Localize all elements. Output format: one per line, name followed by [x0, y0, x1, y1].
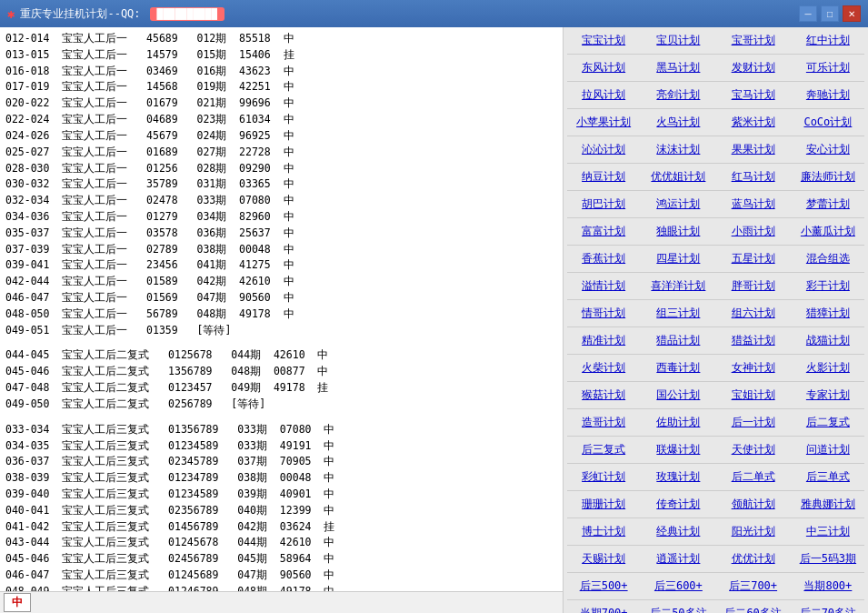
plan-link-3-3[interactable]: CoCo计划: [792, 113, 864, 132]
plan-link-18-0[interactable]: 博士计划: [567, 522, 640, 541]
plan-link-6-1[interactable]: 鸿运计划: [642, 195, 714, 214]
plan-link-17-0[interactable]: 珊珊计划: [567, 495, 640, 514]
plan-link-11-2[interactable]: 猎益计划: [717, 331, 790, 350]
list-row: 022-024 宝宝人工后一 04689 023期 61034 中: [2, 112, 561, 128]
plan-link-5-0[interactable]: 纳豆计划: [567, 167, 640, 186]
plan-link-20-0[interactable]: 后三500+: [567, 577, 640, 596]
plan-link-7-3[interactable]: 小薰瓜计划: [792, 222, 864, 241]
plan-link-2-1[interactable]: 亮剑计划: [642, 85, 714, 105]
plan-link-4-2[interactable]: 果果计划: [717, 140, 790, 159]
plan-link-20-2[interactable]: 后三700+: [717, 577, 790, 596]
plan-link-1-0[interactable]: 东风计划: [567, 58, 640, 77]
right-divider: [567, 54, 864, 55]
plan-link-21-1[interactable]: 后二50多注: [642, 604, 714, 613]
plan-link-10-3[interactable]: 猎獐计划: [792, 304, 864, 323]
plan-link-9-0[interactable]: 溢情计划: [567, 276, 640, 296]
plan-link-21-3[interactable]: 后二70多注: [792, 604, 864, 613]
plan-link-11-0[interactable]: 精准计划: [567, 331, 640, 350]
plan-link-19-2[interactable]: 优优计划: [717, 549, 790, 568]
plan-link-8-3[interactable]: 混合组选: [792, 249, 864, 268]
plan-link-8-2[interactable]: 五星计划: [717, 249, 790, 268]
plan-link-0-3[interactable]: 红中计划: [792, 31, 864, 50]
plan-link-9-1[interactable]: 喜洋洋计划: [642, 276, 714, 296]
plan-link-17-3[interactable]: 雅典娜计划: [792, 495, 864, 514]
plan-link-0-1[interactable]: 宝贝计划: [642, 31, 714, 50]
plan-link-6-0[interactable]: 胡巴计划: [567, 195, 640, 214]
plan-link-14-3[interactable]: 后二复式: [792, 413, 864, 432]
plan-link-17-2[interactable]: 领航计划: [717, 495, 790, 514]
plan-link-7-2[interactable]: 小雨计划: [717, 222, 790, 241]
plan-link-1-1[interactable]: 黑马计划: [642, 58, 714, 77]
plan-link-13-1[interactable]: 国公计划: [642, 386, 714, 405]
list-row: 030-032 宝宝人工后一 35789 031期 03365 中: [2, 176, 561, 193]
plan-link-7-1[interactable]: 独眼计划: [642, 222, 714, 241]
plan-link-12-3[interactable]: 火影计划: [792, 358, 864, 377]
plan-link-19-0[interactable]: 天赐计划: [567, 549, 640, 568]
plan-link-1-3[interactable]: 可乐计划: [792, 58, 864, 77]
plan-link-16-0[interactable]: 彩虹计划: [567, 467, 640, 487]
plan-link-9-3[interactable]: 彩干计划: [792, 276, 864, 296]
plan-link-11-1[interactable]: 猎品计划: [642, 331, 714, 350]
plan-link-16-3[interactable]: 后三单式: [792, 467, 864, 487]
plan-link-0-0[interactable]: 宝宝计划: [567, 31, 640, 50]
plan-link-10-2[interactable]: 组六计划: [717, 304, 790, 323]
plan-link-0-2[interactable]: 宝哥计划: [717, 31, 790, 50]
plan-link-2-0[interactable]: 拉风计划: [567, 85, 640, 105]
left-scroll-area[interactable]: 012-014 宝宝人工后一 45689 012期 85518 中013-015…: [0, 27, 563, 591]
plan-link-7-0[interactable]: 富富计划: [567, 222, 640, 241]
minimize-button[interactable]: ─: [799, 5, 817, 22]
plan-link-15-3[interactable]: 问道计划: [792, 440, 864, 459]
plan-link-3-2[interactable]: 紫米计划: [717, 113, 790, 132]
plan-link-10-0[interactable]: 情哥计划: [567, 304, 640, 323]
plan-link-2-3[interactable]: 奔驰计划: [792, 85, 864, 105]
plan-link-16-1[interactable]: 玫瑰计划: [642, 467, 714, 487]
plan-link-6-2[interactable]: 蓝鸟计划: [717, 195, 790, 214]
right-panel[interactable]: 宝宝计划宝贝计划宝哥计划红中计划东风计划黑马计划发财计划可乐计划拉风计划亮剑计划…: [564, 27, 868, 613]
plan-link-8-0[interactable]: 香蕉计划: [567, 249, 640, 268]
plan-link-15-2[interactable]: 天使计划: [717, 440, 790, 459]
plan-link-12-2[interactable]: 女神计划: [717, 358, 790, 377]
plan-link-18-3[interactable]: 中三计划: [792, 522, 864, 541]
plan-link-19-1[interactable]: 逍遥计划: [642, 549, 714, 568]
list-row: 034-035 宝宝人工后三复式 01234589 033期 49191 中: [2, 438, 561, 455]
plan-link-10-1[interactable]: 组三计划: [642, 304, 714, 323]
plan-link-2-2[interactable]: 宝马计划: [717, 85, 790, 105]
plan-link-4-3[interactable]: 安心计划: [792, 140, 864, 159]
plan-link-17-1[interactable]: 传奇计划: [642, 495, 714, 514]
plan-link-20-3[interactable]: 当期800+: [792, 577, 864, 596]
plan-link-9-2[interactable]: 胖哥计划: [717, 276, 790, 296]
plan-link-18-2[interactable]: 阳光计划: [717, 522, 790, 541]
plan-link-13-0[interactable]: 猴菇计划: [567, 386, 640, 405]
plan-link-14-2[interactable]: 后一计划: [717, 413, 790, 432]
right-divider: [567, 599, 864, 600]
plan-link-20-1[interactable]: 后三600+: [642, 577, 714, 596]
maximize-button[interactable]: □: [821, 5, 839, 22]
left-panel: 012-014 宝宝人工后一 45689 012期 85518 中013-015…: [0, 27, 564, 613]
plan-link-6-3[interactable]: 梦蕾计划: [792, 195, 864, 214]
close-button[interactable]: ✕: [843, 5, 861, 22]
plan-link-14-1[interactable]: 佐助计划: [642, 413, 714, 432]
plan-link-19-3[interactable]: 后一5码3期: [792, 549, 864, 568]
plan-link-13-2[interactable]: 宝姐计划: [717, 386, 790, 405]
plan-link-5-1[interactable]: 优优姐计划: [642, 167, 714, 186]
plan-link-12-1[interactable]: 西毒计划: [642, 358, 714, 377]
plan-link-13-3[interactable]: 专家计划: [792, 386, 864, 405]
right-link-grid: 宝宝计划宝贝计划宝哥计划红中计划东风计划黑马计划发财计划可乐计划拉风计划亮剑计划…: [567, 31, 864, 613]
plan-link-16-2[interactable]: 后二单式: [717, 467, 790, 487]
plan-link-15-0[interactable]: 后三复式: [567, 440, 640, 459]
plan-link-1-2[interactable]: 发财计划: [717, 58, 790, 77]
plan-link-3-1[interactable]: 火鸟计划: [642, 113, 714, 132]
plan-link-3-0[interactable]: 小苹果计划: [567, 113, 640, 132]
plan-link-12-0[interactable]: 火柴计划: [567, 358, 640, 377]
plan-link-15-1[interactable]: 联爆计划: [642, 440, 714, 459]
plan-link-18-1[interactable]: 经典计划: [642, 522, 714, 541]
plan-link-21-2[interactable]: 后二60多注: [717, 604, 790, 613]
plan-link-11-3[interactable]: 战猫计划: [792, 331, 864, 350]
plan-link-4-0[interactable]: 沁沁计划: [567, 140, 640, 159]
plan-link-5-3[interactable]: 廉法师计划: [792, 167, 864, 186]
plan-link-5-2[interactable]: 红马计划: [717, 167, 790, 186]
plan-link-4-1[interactable]: 沫沫计划: [642, 140, 714, 159]
plan-link-21-0[interactable]: 当期700+: [567, 604, 640, 613]
plan-link-8-1[interactable]: 四星计划: [642, 249, 714, 268]
plan-link-14-0[interactable]: 造哥计划: [567, 413, 640, 432]
